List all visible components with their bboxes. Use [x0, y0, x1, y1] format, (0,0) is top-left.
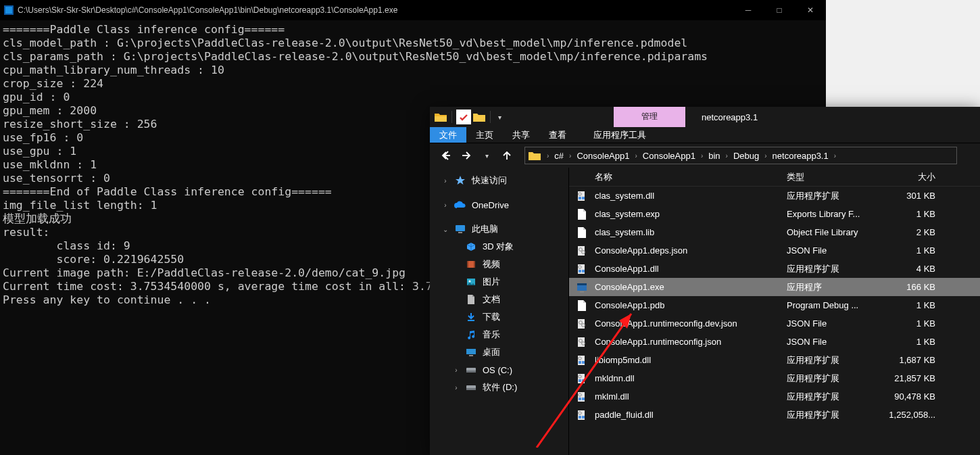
file-type: 应用程序扩展 — [787, 409, 888, 421]
nav-music[interactable]: 音乐 — [430, 326, 568, 343]
breadcrumb-segment[interactable]: ConsoleApp1 — [575, 151, 631, 161]
file-row[interactable]: mklml.dll应用程序扩展90,478 KB — [569, 387, 980, 406]
breadcrumb-segment[interactable]: c# — [553, 151, 565, 161]
nav-forward-button[interactable] — [457, 146, 476, 165]
nav-pictures[interactable]: 图片 — [430, 273, 568, 291]
console-app-icon — [4, 5, 14, 15]
breadcrumb-segment[interactable]: netcoreapp3.1 — [771, 151, 830, 161]
explorer-titlebar[interactable]: ▾ 管理 netcoreapp3.1 — [430, 107, 980, 127]
navigation-pane: › 快速访问 › OneDrive ⌄ 此电脑 3D 对象 — [430, 168, 569, 455]
nav-up-button[interactable] — [497, 146, 516, 165]
column-header-name[interactable]: 名称 — [569, 171, 787, 183]
file-list[interactable]: clas_system.dll应用程序扩展301 KBclas_system.e… — [569, 187, 980, 455]
file-name: ConsoleApp1.deps.json — [595, 245, 787, 256]
tree-chevron-icon[interactable]: › — [453, 366, 460, 374]
file-row[interactable]: clas_system.expExports Library F...1 KB — [569, 205, 980, 223]
nav-3d-objects[interactable]: 3D 对象 — [430, 238, 568, 256]
explorer-window-title: netcoreapp3.1 — [702, 107, 758, 127]
breadcrumb-segment[interactable]: Debug — [732, 151, 760, 161]
nav-documents-label: 文档 — [483, 293, 500, 306]
breadcrumb-sep-icon[interactable]: › — [632, 152, 639, 160]
nav-music-label: 音乐 — [483, 329, 500, 341]
console-maximize-button[interactable]: □ — [764, 0, 795, 20]
file-row[interactable]: clas_system.libObject File Library2 KB — [569, 223, 980, 241]
file-row[interactable]: ConsoleApp1.runtimeconfig.jsonJSON File1… — [569, 333, 980, 351]
file-row[interactable]: mkldnn.dll应用程序扩展21,857 KB — [569, 369, 980, 387]
breadcrumb-sep-icon[interactable]: › — [723, 152, 731, 160]
nav-quick-access-label: 快速访问 — [472, 174, 507, 187]
monitor-icon — [454, 223, 466, 235]
desktop-icon — [465, 346, 477, 358]
breadcrumb-segment[interactable]: bin — [707, 151, 721, 161]
breadcrumb-sep-icon[interactable]: › — [566, 152, 574, 160]
ribbon-tab-app-tools[interactable]: 应用程序工具 — [584, 127, 656, 143]
file-row[interactable]: clas_system.dll应用程序扩展301 KB — [569, 187, 980, 205]
file-row[interactable]: paddle_fluid.dll应用程序扩展1,252,058... — [569, 406, 980, 424]
file-name: mklml.dll — [595, 391, 787, 402]
file-row[interactable]: libiomp5md.dll应用程序扩展1,687 KB — [569, 351, 980, 369]
svg-rect-33 — [580, 291, 584, 293]
breadcrumb-root-sep[interactable]: › — [544, 152, 552, 160]
qat-folder-icon[interactable] — [434, 110, 447, 124]
tree-chevron-icon[interactable]: › — [442, 177, 449, 185]
ribbon-tab-share[interactable]: 共享 — [503, 127, 539, 143]
nav-videos[interactable]: 视频 — [430, 256, 568, 273]
tree-chevron-icon[interactable]: › — [453, 384, 460, 391]
svg-point-12 — [469, 281, 471, 283]
qat-divider — [451, 111, 452, 123]
file-icon — [569, 318, 595, 329]
file-name: libiomp5md.dll — [595, 355, 787, 365]
qat-customize-chevron-icon[interactable]: ▾ — [495, 110, 504, 124]
breadcrumb-sep-icon[interactable]: › — [762, 152, 769, 160]
column-header-size[interactable]: 大小 — [888, 171, 948, 183]
file-list-header[interactable]: 名称 类型 大小 — [569, 168, 980, 187]
file-row[interactable]: ConsoleApp1.dll应用程序扩展4 KB — [569, 260, 980, 278]
nav-this-pc[interactable]: ⌄ 此电脑 — [430, 220, 568, 238]
file-row[interactable]: ConsoleApp1.pdbProgram Debug ...1 KB — [569, 296, 980, 314]
ribbon-tab-file[interactable]: 文件 — [430, 127, 466, 143]
breadcrumb-segment[interactable]: ConsoleApp1 — [641, 151, 697, 161]
explorer-navbar: ▾ › c#›ConsoleApp1›ConsoleApp1›bin›Debug… — [430, 143, 980, 168]
svg-rect-54 — [582, 416, 585, 418]
qat-folder2-icon[interactable] — [472, 110, 486, 124]
console-titlebar[interactable]: C:\Users\Skr-Skr-Skr\Desktop\c#\ConsoleA… — [0, 0, 826, 20]
ribbon-tab-view[interactable]: 查看 — [539, 127, 576, 143]
file-type: JSON File — [787, 337, 888, 347]
file-size: 1 KB — [888, 300, 948, 310]
file-row[interactable]: ConsoleApp1.deps.jsonJSON File1 KB — [569, 241, 980, 260]
nav-drive-d[interactable]: › 软件 (D:) — [430, 379, 568, 396]
file-row[interactable]: ConsoleApp1.exe应用程序166 KB — [569, 278, 980, 296]
nav-quick-access[interactable]: › 快速访问 — [430, 172, 568, 189]
ribbon-context-tab: 管理 — [614, 107, 685, 127]
file-size: 166 KB — [888, 282, 948, 292]
file-list-pane: 名称 类型 大小 clas_system.dll应用程序扩展301 KBclas… — [569, 168, 980, 455]
file-icon — [569, 209, 595, 220]
console-close-button[interactable]: ✕ — [795, 0, 826, 20]
svg-rect-50 — [582, 398, 585, 400]
nav-history-chevron-icon[interactable]: ▾ — [477, 146, 496, 165]
nav-back-button[interactable] — [437, 146, 456, 165]
nav-3d-objects-label: 3D 对象 — [483, 241, 514, 253]
tree-chevron-expanded-icon[interactable]: ⌄ — [442, 226, 449, 233]
nav-documents[interactable]: 文档 — [430, 291, 568, 308]
svg-rect-46 — [582, 379, 585, 382]
ribbon-context-label: 管理 — [614, 107, 685, 127]
file-row[interactable]: ConsoleApp1.runtimeconfig.dev.jsonJSON F… — [569, 314, 980, 333]
nav-downloads[interactable]: 下载 — [430, 308, 568, 326]
breadcrumb[interactable]: › c#›ConsoleApp1›ConsoleApp1›bin›Debug›n… — [524, 147, 957, 164]
svg-rect-32 — [577, 283, 587, 285]
breadcrumb-sep-icon[interactable]: › — [698, 152, 706, 160]
nav-onedrive[interactable]: › OneDrive — [430, 196, 568, 214]
console-minimize-button[interactable]: ─ — [733, 0, 764, 20]
svg-marker-5 — [456, 176, 465, 185]
breadcrumb-sep-icon[interactable]: › — [831, 152, 839, 160]
qat-properties-icon[interactable] — [456, 110, 471, 124]
svg-rect-19 — [466, 388, 476, 390]
column-header-type[interactable]: 类型 — [787, 171, 888, 183]
nav-desktop[interactable]: 桌面 — [430, 343, 568, 361]
svg-rect-1 — [5, 7, 12, 14]
nav-drive-c[interactable]: › OS (C:) — [430, 361, 568, 379]
svg-rect-7 — [458, 232, 462, 233]
ribbon-tab-home[interactable]: 主页 — [466, 127, 503, 143]
tree-chevron-icon[interactable]: › — [442, 201, 449, 209]
